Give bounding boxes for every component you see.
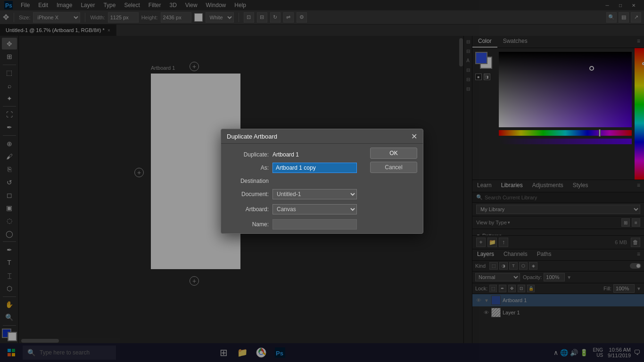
document-label: Document: [229, 191, 269, 197]
as-row: As: [229, 163, 357, 173]
dialog-title-bar: Duplicate Artboard ✕ [221, 129, 423, 144]
duplicate-row: Duplicate: Artboard 1 [229, 151, 357, 158]
as-input[interactable] [272, 163, 357, 173]
destination-label: Destination [229, 178, 269, 184]
duplicate-value: Artboard 1 [272, 151, 299, 158]
duplicate-label: Duplicate: [229, 151, 269, 158]
cancel-button[interactable]: Cancel [370, 162, 417, 173]
name-label: Name: [229, 221, 269, 228]
dialog-close-button[interactable]: ✕ [411, 133, 417, 140]
artboard-dest-label: Artboard: [229, 206, 269, 213]
name-input[interactable] [272, 219, 357, 230]
ok-button[interactable]: OK [370, 148, 417, 159]
dialog-title: Duplicate Artboard [227, 133, 277, 140]
dialog-body: Duplicate: Artboard 1 As: Destination Do… [221, 144, 364, 233]
artboard-row: Artboard: Canvas [229, 204, 357, 214]
dialog-buttons: OK Cancel [364, 144, 423, 233]
as-label: As: [229, 165, 269, 171]
document-select[interactable]: Untitled-1 [272, 189, 357, 199]
name-row: Name: [229, 219, 357, 230]
document-row: Document: Untitled-1 [229, 189, 357, 199]
destination-row: Destination [229, 178, 357, 184]
dialog-overlay: Duplicate Artboard ✕ Duplicate: Artboard… [0, 0, 644, 362]
dialog-content: Duplicate: Artboard 1 As: Destination Do… [221, 144, 423, 233]
duplicate-artboard-dialog: Duplicate Artboard ✕ Duplicate: Artboard… [221, 129, 423, 234]
artboard-dest-select[interactable]: Canvas [272, 204, 357, 214]
